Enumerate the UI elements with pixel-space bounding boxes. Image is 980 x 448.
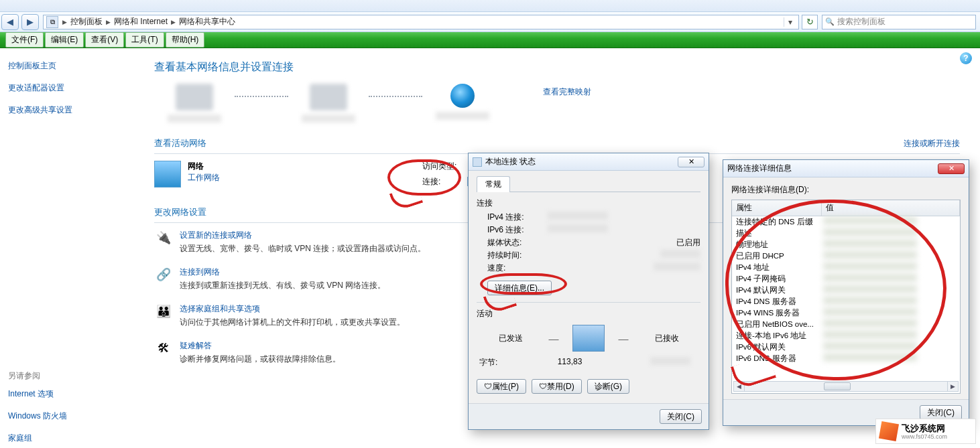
link-connect-disconnect[interactable]: 连接或断开连接 bbox=[904, 138, 960, 149]
help-icon[interactable]: ? bbox=[960, 52, 972, 64]
scroll-thumb[interactable] bbox=[824, 382, 851, 390]
detail-row[interactable]: 连接-本地 IPv6 地址 bbox=[732, 330, 960, 342]
detail-row[interactable]: IPv4 WINS 服务器 bbox=[732, 307, 960, 319]
connection-group: 连接 bbox=[477, 198, 700, 209]
close-button[interactable]: ✕ bbox=[938, 163, 965, 174]
detail-value-redacted bbox=[823, 297, 917, 304]
details-listview[interactable]: 属性 值 连接特定的 DNS 后缀描述物理地址已启用 DHCPIPv4 地址IP… bbox=[731, 200, 961, 394]
close-button[interactable]: 关闭(C) bbox=[660, 409, 702, 424]
detail-row[interactable]: 连接特定的 DNS 后缀 bbox=[732, 216, 960, 228]
detail-property: IPv6 DNS 服务器 bbox=[736, 354, 823, 364]
detail-property: IPv4 WINS 服务器 bbox=[736, 308, 823, 318]
scroll-right-icon[interactable]: ▶ bbox=[947, 382, 958, 391]
recv-label: 已接收 bbox=[633, 333, 700, 344]
location-icon: ⧉ bbox=[46, 16, 58, 28]
diagnose-button[interactable]: 诊断(G) bbox=[587, 379, 629, 394]
detail-row[interactable]: IPv4 地址 bbox=[732, 262, 960, 273]
detail-row[interactable]: IPv4 DNS 服务器 bbox=[732, 296, 960, 307]
homegroup-icon: 👪 bbox=[154, 303, 173, 319]
crumb-net-internet[interactable]: 网络和 Internet bbox=[112, 16, 170, 27]
detail-property: 物理地址 bbox=[736, 240, 823, 250]
media-state-value: 已启用 bbox=[548, 237, 700, 248]
page-title: 查看基本网络信息并设置连接 bbox=[154, 60, 960, 74]
disable-button[interactable]: 🛡 禁用(D) bbox=[532, 379, 582, 394]
link-adv-sharing[interactable]: 更改高级共享设置 bbox=[8, 104, 126, 116]
chevron-right-icon: ▶ bbox=[105, 19, 112, 25]
crumb-sharing-center[interactable]: 网络和共享中心 bbox=[177, 16, 237, 27]
detail-property: 连接-本地 IPv6 地址 bbox=[736, 331, 823, 341]
nav-back-button[interactable]: ◀ bbox=[1, 14, 19, 30]
tab-general[interactable]: 常规 bbox=[477, 176, 510, 192]
link-homegroup[interactable]: 家庭组 bbox=[8, 433, 126, 444]
ethernet-icon bbox=[473, 157, 482, 167]
detail-value-redacted bbox=[823, 285, 917, 293]
link-internet-options[interactable]: Internet 选项 bbox=[8, 388, 126, 400]
close-button[interactable]: ✕ bbox=[678, 157, 705, 167]
col-value[interactable]: 值 bbox=[822, 200, 960, 216]
close-button[interactable]: 关闭(C) bbox=[920, 405, 962, 420]
address-bar: ◀ ▶ ⧉ ▶ 控制面板 ▶ 网络和 Internet ▶ 网络和共享中心 ▾ … bbox=[0, 12, 980, 32]
crumb-control-panel[interactable]: 控制面板 bbox=[68, 16, 105, 27]
detail-row[interactable]: IPv4 子网掩码 bbox=[732, 273, 960, 285]
detail-value-redacted bbox=[823, 308, 917, 315]
link-windows-firewall[interactable]: Windows 防火墙 bbox=[8, 410, 126, 422]
network-type-icon bbox=[154, 161, 181, 188]
detail-value-redacted bbox=[823, 263, 917, 270]
horizontal-scrollbar[interactable]: ◀ ▶ bbox=[733, 381, 959, 392]
search-icon: 🔍 bbox=[825, 17, 835, 26]
detail-property: IPv4 DNS 服务器 bbox=[736, 297, 823, 307]
detail-property: IPv4 子网掩码 bbox=[736, 274, 823, 284]
scroll-left-icon[interactable]: ◀ bbox=[734, 382, 745, 391]
troubleshoot-icon: 🛠 bbox=[154, 340, 173, 356]
properties-button[interactable]: 🛡 属性(P) bbox=[477, 379, 526, 394]
link-full-map[interactable]: 查看完整映射 bbox=[543, 86, 591, 98]
status-dialog-title: 本地连接 状态 bbox=[485, 156, 678, 167]
bytes-sent-value: 113,83 bbox=[540, 357, 600, 368]
detail-value-redacted bbox=[823, 240, 917, 247]
detail-property: IPv4 地址 bbox=[736, 263, 823, 273]
detail-row[interactable]: 描述 bbox=[732, 228, 960, 239]
detail-value-redacted bbox=[823, 342, 917, 350]
watermark-url: www.fs0745.com bbox=[902, 433, 947, 440]
menu-file[interactable]: 文件(F) bbox=[5, 32, 44, 48]
ipv4-conn-label: IPv4 连接: bbox=[487, 212, 548, 223]
network-icon bbox=[310, 84, 347, 110]
detail-row[interactable]: 已启用 NetBIOS ove... bbox=[732, 319, 960, 330]
detail-value-redacted bbox=[823, 217, 917, 224]
detail-property: 已启用 DHCP bbox=[736, 251, 823, 261]
detail-property: IPv6 默认网关 bbox=[736, 342, 823, 352]
detail-row[interactable]: IPv6 默认网关 bbox=[732, 342, 960, 353]
menu-view[interactable]: 查看(V) bbox=[85, 32, 124, 48]
detail-row[interactable]: IPv6 DNS 服务器 bbox=[732, 353, 960, 364]
refresh-button[interactable]: ↻ bbox=[802, 15, 818, 29]
globe-icon bbox=[450, 84, 475, 108]
detail-value-redacted bbox=[823, 274, 917, 281]
detail-property: IPv4 默认网关 bbox=[736, 285, 823, 295]
detail-row[interactable]: 物理地址 bbox=[732, 239, 960, 250]
col-property[interactable]: 属性 bbox=[732, 200, 822, 216]
breadcrumb[interactable]: ⧉ ▶ 控制面板 ▶ 网络和 Internet ▶ 网络和共享中心 ▾ bbox=[43, 15, 799, 29]
menu-edit[interactable]: 编辑(E) bbox=[45, 32, 84, 48]
task-title: 连接到网络 bbox=[180, 267, 385, 278]
computer-icon bbox=[176, 84, 213, 110]
search-input[interactable]: 🔍 搜索控制面板 bbox=[822, 15, 976, 29]
status-dialog: 本地连接 状态 ✕ 常规 连接 IPv4 连接: IPv6 连接: 媒体状态:已… bbox=[468, 153, 709, 430]
computers-icon bbox=[572, 325, 605, 352]
addr-dropdown-icon[interactable]: ▾ bbox=[784, 17, 796, 27]
detail-row[interactable]: IPv4 默认网关 bbox=[732, 285, 960, 296]
menu-help[interactable]: 帮助(H) bbox=[166, 32, 205, 48]
nav-fwd-button[interactable]: ▶ bbox=[21, 14, 39, 30]
network-type-link[interactable]: 工作网络 bbox=[188, 172, 322, 183]
task-title: 疑难解答 bbox=[180, 340, 341, 352]
task-desc: 连接到或重新连接到无线、有线、拨号或 VPN 网络连接。 bbox=[180, 280, 385, 291]
menu-tools[interactable]: 工具(T) bbox=[125, 32, 164, 48]
details-button[interactable]: 详细信息(E)... bbox=[487, 281, 552, 295]
detail-row[interactable]: 已启用 DHCP bbox=[732, 250, 960, 262]
task-desc: 诊断并修复网络问题，或获得故障排除信息。 bbox=[180, 354, 341, 365]
link-change-adapter[interactable]: 更改适配器设置 bbox=[8, 82, 126, 94]
link-cp-home[interactable]: 控制面板主页 bbox=[8, 60, 126, 72]
search-placeholder: 搜索控制面板 bbox=[837, 16, 885, 27]
task-desc: 设置无线、宽带、拨号、临时或 VPN 连接；或设置路由器或访问点。 bbox=[180, 243, 426, 254]
detail-value-redacted bbox=[823, 251, 917, 258]
detail-property: 已启用 NetBIOS ove... bbox=[736, 319, 823, 329]
